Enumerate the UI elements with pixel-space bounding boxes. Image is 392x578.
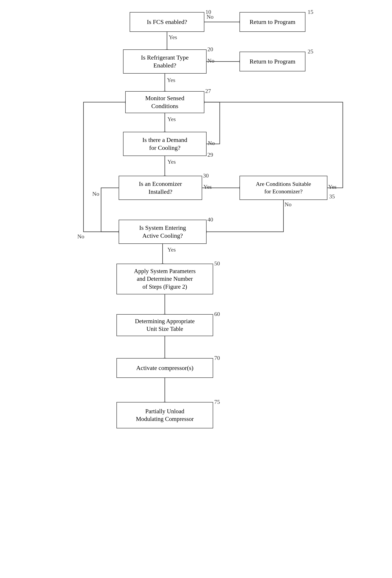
node-29: Is there a Demandfor Cooling? (123, 132, 206, 156)
label-no35: No (285, 201, 292, 208)
node-30: Is an EconomizerInstalled? (119, 176, 202, 200)
ref-40: 40 (207, 216, 213, 223)
ref-70: 70 (214, 355, 220, 361)
node-27: Monitor SensedConditions (125, 91, 204, 113)
label-yes10: Yes (169, 34, 177, 41)
node-20: Is Refrigerant TypeEnabled? (123, 49, 206, 74)
node-10: Is FCS enabled? (130, 12, 204, 32)
label-yes30: Yes (203, 184, 212, 190)
label-no20: No (207, 57, 214, 64)
node-60: Determining AppropriateUnit Size Table (116, 314, 213, 336)
ref-15: 15 (308, 9, 313, 15)
label-yes20: Yes (167, 77, 175, 84)
label-yes40: Yes (167, 246, 176, 253)
label-no10: No (206, 14, 214, 20)
node-15: Return to Program (240, 12, 305, 32)
ref-35: 35 (329, 193, 335, 200)
ref-27: 27 (205, 88, 211, 95)
ref-75: 75 (214, 399, 220, 405)
label-no30: No (92, 191, 99, 197)
node-25: Return to Program (240, 52, 305, 71)
node-35: Are Conditions Suitablefor Economizer? (240, 176, 327, 200)
label-no29: No (208, 140, 215, 146)
ref-50: 50 (214, 260, 220, 267)
ref-60: 60 (214, 311, 220, 317)
label-yes35: Yes (328, 184, 337, 190)
ref-30: 30 (203, 172, 209, 179)
label-no40: No (77, 233, 84, 240)
label-yes27: Yes (167, 116, 176, 123)
node-50: Apply System Parametersand Determine Num… (116, 264, 213, 294)
label-yes29: Yes (167, 159, 176, 165)
node-40: Is System EnteringActive Cooling? (119, 220, 206, 244)
node-70: Activate compressor(s) (116, 358, 213, 378)
node-75: Partially UnloadModulating Compressor (116, 402, 213, 428)
ref-29: 29 (207, 151, 213, 158)
flowchart: Is FCS enabled? 10 Return to Program 15 … (0, 0, 392, 578)
ref-20: 20 (207, 46, 213, 53)
ref-25: 25 (308, 48, 313, 55)
